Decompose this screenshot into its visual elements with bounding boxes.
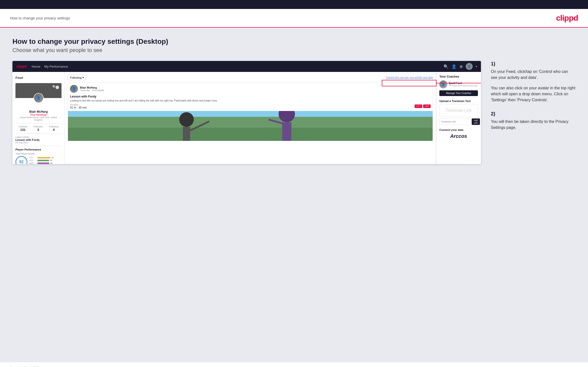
perf-title: Player Performance <box>15 148 62 151</box>
bar-app-value: 85 <box>50 159 52 161</box>
quality-label: Total Player Quality <box>15 153 62 155</box>
page-subtitle: Choose what you want people to see <box>12 47 576 53</box>
bar-arg-value: 86 <box>50 162 53 164</box>
activity-body: Lesson with Fordy Looking to feel like m… <box>68 95 433 111</box>
clippd-logo: clippd <box>556 13 578 23</box>
quality-row: 92 OTT 90 APP <box>15 156 62 164</box>
coach-item: 👤 David Ford 📍 Royal North Devon Golf Cl… <box>439 80 478 88</box>
profile-name: Blair McHarg <box>15 110 62 113</box>
trackman-placeholder: Trackman Link <box>442 108 476 113</box>
app-nav: clippd Home My Performance 🔍 👤 ⊕ 👤 ▾ <box>12 61 481 72</box>
control-privacy-link[interactable]: Control who can see your activity and da… <box>386 76 433 79</box>
coach-name: David Ford <box>449 82 477 85</box>
latest-activity: Latest Activity Lesson with Fordy 03 Aug… <box>15 134 62 146</box>
bar-arg: ARG 86 <box>29 162 62 164</box>
instruction-1: 1) On your Feed, click/tap on 'Control w… <box>491 61 576 103</box>
chevron-down-icon: ▾ <box>82 76 84 79</box>
quality-score: 92 <box>19 160 24 164</box>
activity-tags: OTT APP <box>415 105 431 108</box>
profile-handicap: Plus Handicap <box>15 113 62 116</box>
main-content: How to change your privacy settings (Des… <box>0 28 588 362</box>
duration-info: Duration 01 hr : 30 min <box>70 104 87 109</box>
bar-ott: OTT 90 <box>29 157 62 159</box>
bar-ott-label: OTT <box>29 157 36 159</box>
profile-club: Royal North Devon Golf Club, United King… <box>15 116 62 121</box>
footer: Copyright Clippd 2022 <box>0 362 588 367</box>
stat-following-value: 4 <box>49 128 59 132</box>
bar-app-fill <box>37 160 49 161</box>
instruction-1-num: 1) <box>491 61 576 67</box>
stat-followers: Followers 3 <box>33 125 43 132</box>
profile-info: Blair McHarg Plus Handicap Royal North D… <box>15 104 62 123</box>
connect-title: Connect your data <box>439 128 478 131</box>
duration-row: Duration 01 hr : 30 min OTT APP <box>70 104 431 109</box>
add-link-button[interactable]: Add Link <box>472 118 480 125</box>
avatar-image: 👤 <box>34 94 43 103</box>
connect-section: Connect your data Arccos <box>439 128 478 139</box>
stat-followers-value: 3 <box>33 128 43 132</box>
app-screenshot: clippd Home My Performance 🔍 👤 ⊕ 👤 ▾ F <box>12 61 481 164</box>
duration-value: 01 hr : 30 min <box>70 106 87 109</box>
activity-title: Lesson with Fordy <box>70 95 431 98</box>
following-label: Following <box>70 76 81 79</box>
avatar-icon: 👤 <box>467 65 471 68</box>
coaches-section: Your Coaches 👤 David Ford 📍 Royal North … <box>439 75 478 96</box>
app-nav-home[interactable]: Home <box>32 65 40 68</box>
activity-header: 👤 Blair McHarg Yesterday · Sunningdale <box>68 83 433 95</box>
bar-ott-fill <box>37 157 50 158</box>
profile-stats: Activities 131 Followers 3 Following 4 <box>15 123 62 134</box>
avatar[interactable]: 👤 <box>466 63 473 70</box>
bar-app: APP 85 <box>29 159 62 161</box>
content-layout: clippd Home My Performance 🔍 👤 ⊕ 👤 ▾ F <box>12 61 576 164</box>
latest-label: Latest Activity <box>15 136 62 138</box>
stat-activities-value: 131 <box>18 128 27 132</box>
following-button[interactable]: Following ▾ <box>68 75 86 80</box>
quality-bars: OTT 90 APP 85 ARG <box>29 157 62 164</box>
latest-title: Lesson with Fordy <box>15 138 62 141</box>
search-icon[interactable]: 🔍 <box>444 64 449 69</box>
app-feed: Following ▾ Control who can see your act… <box>65 72 436 164</box>
app-nav-performance[interactable]: My Performance <box>44 65 68 68</box>
app-body: Feed 👤 Blair McHarg <box>12 72 481 164</box>
activity-image <box>68 111 433 141</box>
add-icon[interactable]: ⊕ <box>459 64 463 69</box>
arccos-logo: Arccos <box>439 133 478 139</box>
activity-meta: Yesterday · Sunningdale <box>80 89 104 92</box>
player-performance: Player Performance Total Player Quality … <box>15 146 62 164</box>
manage-coaches-button[interactable]: Manage Your Coaches <box>439 90 478 96</box>
trackman-input[interactable] <box>439 118 471 125</box>
app-right-panel: Your Coaches 👤 David Ford 📍 Royal North … <box>436 72 481 164</box>
stat-following-label: Following <box>49 125 59 128</box>
svg-point-3 <box>179 112 194 127</box>
stat-following: Following 4 <box>49 125 59 132</box>
person-icon[interactable]: 👤 <box>452 64 457 69</box>
instruction-2-num: 2) <box>491 111 576 117</box>
instruction-2: 2) You will then be taken directly to th… <box>491 111 576 131</box>
activity-user-info: Blair McHarg Yesterday · Sunningdale <box>80 86 104 92</box>
bar-app-label: APP <box>29 159 36 161</box>
feed-tab[interactable]: Feed <box>15 75 62 81</box>
stat-followers-label: Followers <box>33 125 43 128</box>
stat-activities-label: Activities <box>18 125 27 128</box>
trackman-box: Trackman Link <box>439 104 478 117</box>
golf-scene <box>68 111 433 141</box>
coach-club: 📍 Royal North Devon Golf Club <box>449 85 477 87</box>
svg-rect-4 <box>183 127 190 141</box>
instruction-1-text: On your Feed, click/tap on 'Control who … <box>491 69 576 81</box>
profile-avatar: 👤 <box>34 93 44 103</box>
avatar-dropdown-icon[interactable]: ▾ <box>476 65 477 68</box>
latest-date: 03 Aug 2022 <box>15 141 62 144</box>
activity-card: 👤 Blair McHarg Yesterday · Sunningdale L… <box>68 83 433 141</box>
location-icon: 📍 <box>449 85 451 87</box>
tag-ott: OTT <box>415 105 422 108</box>
trackman-title: Upload a Trackman Test <box>439 100 478 103</box>
instructions: 1) On your Feed, click/tap on 'Control w… <box>491 61 576 139</box>
app-nav-right: 🔍 👤 ⊕ 👤 ▾ <box>444 63 477 70</box>
stat-activities: Activities 131 <box>18 125 27 132</box>
quality-circle: 92 <box>15 156 27 164</box>
tag-app: APP <box>423 105 431 108</box>
svg-rect-2 <box>68 117 433 128</box>
activity-avatar: 👤 <box>70 85 78 93</box>
coach-avatar: 👤 <box>439 80 447 88</box>
trackman-input-row: Add Link <box>439 118 478 125</box>
